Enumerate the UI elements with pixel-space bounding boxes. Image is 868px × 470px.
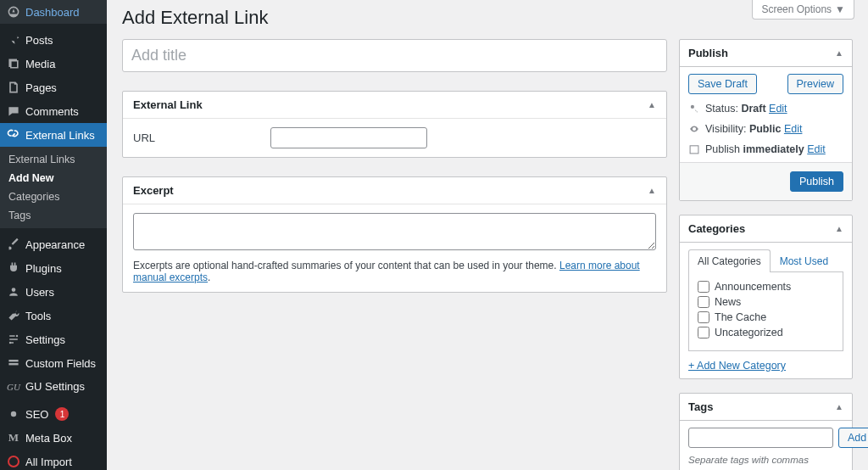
- category-checkbox[interactable]: [698, 311, 709, 323]
- sidebar-item-appearance[interactable]: Appearance: [0, 232, 107, 256]
- category-checkbox[interactable]: [698, 296, 709, 308]
- sidebar-item-tools[interactable]: Tools: [0, 304, 107, 327]
- status-row: Status: Draft Edit: [688, 103, 843, 115]
- sidebar-item-dashboard[interactable]: Dashboard: [0, 0, 107, 24]
- categories-box: Categories ▲ All Categories Most Used An…: [679, 215, 853, 379]
- url-input[interactable]: [270, 127, 427, 148]
- schedule-label: Publish: [705, 143, 743, 155]
- brush-icon: [7, 238, 20, 251]
- sidebar-label: Dashboard: [25, 6, 80, 19]
- excerpt-help-text: Excerpts are optional hand-crafted summa…: [133, 260, 559, 271]
- sidebox-title: Tags: [688, 400, 713, 413]
- caret-up-icon[interactable]: ▲: [648, 100, 656, 109]
- visibility-label: Visibility:: [705, 123, 749, 135]
- category-item[interactable]: Announcements: [698, 281, 834, 293]
- sidebar-item-posts[interactable]: Posts: [0, 28, 107, 52]
- category-item[interactable]: News: [698, 296, 834, 308]
- sidebar-item-seo[interactable]: SEO 1: [0, 402, 107, 426]
- left-column: External Link ▲ URL Excerpt ▲: [122, 39, 667, 470]
- category-checkbox[interactable]: [698, 327, 709, 339]
- sidebar-item-comments[interactable]: Comments: [0, 99, 107, 123]
- custom-fields-icon: [7, 356, 20, 370]
- link-icon: [7, 128, 20, 142]
- screen-options-label: Screen Options: [761, 3, 832, 15]
- submenu-categories[interactable]: Categories: [0, 187, 107, 206]
- svg-rect-3: [8, 363, 18, 365]
- metabox-body: Excerpts are optional hand-crafted summa…: [123, 204, 666, 292]
- schedule-value: immediately: [743, 143, 804, 155]
- sidebar-item-settings[interactable]: Settings: [0, 327, 107, 351]
- sidebox-header[interactable]: Categories ▲: [680, 215, 852, 243]
- post-title-input[interactable]: [122, 39, 667, 72]
- publish-button[interactable]: Publish: [790, 171, 843, 192]
- submenu-external-links[interactable]: External Links: [0, 150, 107, 169]
- category-label: News: [715, 296, 741, 308]
- caret-up-icon[interactable]: ▲: [648, 186, 656, 195]
- add-tag-button[interactable]: Add: [838, 428, 868, 448]
- tags-input[interactable]: [688, 428, 833, 448]
- sidebar-item-gu-settings[interactable]: GU GU Settings: [0, 375, 107, 398]
- sidebar-item-plugins[interactable]: Plugins: [0, 256, 107, 280]
- sidebar-label: Comments: [25, 105, 79, 118]
- sidebar-label: Users: [25, 286, 54, 299]
- svg-point-1: [9, 342, 11, 344]
- caret-up-icon[interactable]: ▲: [835, 48, 843, 58]
- submenu-tags[interactable]: Tags: [0, 206, 107, 225]
- status-label: Status:: [705, 103, 741, 115]
- tags-help: Separate tags with commas: [688, 455, 843, 465]
- sidebar-label: External Links: [25, 129, 95, 142]
- sidebox-header[interactable]: Tags ▲: [680, 394, 852, 421]
- all-import-icon: [7, 455, 20, 468]
- metabox-header[interactable]: Excerpt ▲: [123, 177, 666, 204]
- excerpt-metabox: Excerpt ▲ Excerpts are optional hand-cra…: [122, 176, 667, 293]
- dashboard-icon: [7, 5, 20, 19]
- gu-icon: GU: [7, 382, 20, 392]
- sidebar-item-external-links[interactable]: External Links: [0, 123, 107, 147]
- sidebar-item-custom-fields[interactable]: Custom Fields: [0, 351, 107, 375]
- url-field-label: URL: [133, 131, 260, 144]
- save-draft-button[interactable]: Save Draft: [688, 74, 757, 94]
- caret-up-icon[interactable]: ▲: [835, 402, 843, 411]
- sidebar-item-meta-box[interactable]: M Meta Box: [0, 426, 107, 450]
- chevron-down-icon: ▼: [835, 3, 845, 15]
- category-item[interactable]: The Cache: [698, 311, 834, 323]
- excerpt-textarea[interactable]: [133, 213, 656, 250]
- preview-button[interactable]: Preview: [787, 74, 843, 94]
- sidebar-label: Appearance: [25, 238, 85, 251]
- screen-options-toggle[interactable]: Screen Options ▼: [752, 0, 854, 20]
- sidebar-item-media[interactable]: Media: [0, 52, 107, 76]
- plugin-icon: [7, 261, 20, 275]
- edit-schedule-link[interactable]: Edit: [807, 143, 826, 155]
- add-new-category-link[interactable]: + Add New Category: [688, 360, 786, 372]
- media-icon: [7, 57, 20, 70]
- sidebar-item-all-import[interactable]: All Import: [0, 450, 107, 470]
- sidebar-label: Plugins: [25, 262, 62, 275]
- tab-all-categories[interactable]: All Categories: [688, 249, 771, 272]
- seo-icon: [7, 407, 20, 421]
- edit-status-link[interactable]: Edit: [769, 103, 787, 115]
- sidebar-label: All Import: [25, 456, 72, 468]
- key-icon: [688, 103, 700, 115]
- caret-up-icon[interactable]: ▲: [835, 224, 843, 233]
- category-label: The Cache: [715, 311, 766, 323]
- category-checkbox[interactable]: [698, 281, 709, 293]
- sidebar-label: Custom Fields: [25, 357, 96, 370]
- svg-rect-6: [690, 146, 698, 154]
- sidebox-header[interactable]: Publish ▲: [680, 40, 852, 67]
- tags-box: Tags ▲ Add Separate tags with commas: [679, 393, 853, 470]
- tab-most-used[interactable]: Most Used: [771, 249, 837, 272]
- sidebox-body: Save Draft Preview Status: Draft Edit: [680, 67, 852, 162]
- page-title: Add External Link: [122, 7, 853, 29]
- svg-point-4: [11, 411, 16, 417]
- sidebar-item-users[interactable]: Users: [0, 280, 107, 304]
- pin-icon: [7, 33, 20, 47]
- sidebar-item-pages[interactable]: Pages: [0, 76, 107, 99]
- calendar-icon: [688, 143, 700, 155]
- metabox-header[interactable]: External Link ▲: [123, 92, 666, 119]
- schedule-row: Publish immediately Edit: [688, 143, 843, 155]
- category-item[interactable]: Uncategorized: [698, 327, 834, 339]
- right-column: Publish ▲ Save Draft Preview Status: Dra…: [679, 39, 853, 470]
- edit-visibility-link[interactable]: Edit: [784, 123, 803, 135]
- submenu-add-new[interactable]: Add New: [0, 169, 107, 187]
- sidebar-label: Pages: [25, 81, 57, 94]
